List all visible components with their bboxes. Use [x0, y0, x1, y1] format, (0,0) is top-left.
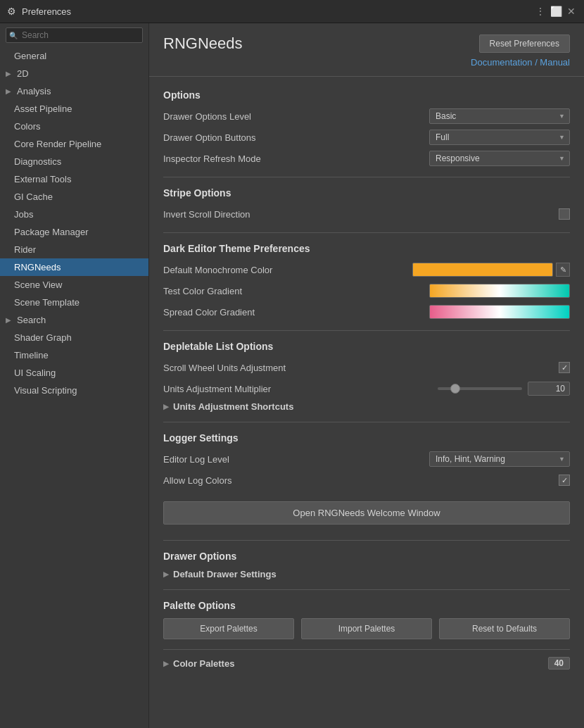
close-icon[interactable]: ✕: [566, 6, 577, 17]
search-input[interactable]: [6, 27, 143, 43]
allow-log-colors-checkbox[interactable]: [559, 475, 570, 486]
drawer-options-level-label: Drawer Options Level: [163, 111, 429, 122]
expand-arrow-icon: ▶: [163, 570, 169, 578]
test-color-gradient-swatch[interactable]: [429, 284, 570, 298]
sidebar-item-search[interactable]: ▶ Search: [0, 311, 148, 329]
inspector-refresh-mode-label: Inspector Refresh Mode: [163, 153, 429, 164]
drawer-options-title: Drawer Options: [163, 548, 570, 562]
color-palettes-row[interactable]: ▶ Color Palettes 40: [163, 657, 570, 670]
allow-log-colors-row: Allow Log Colors: [163, 472, 570, 489]
spread-color-gradient-row: Spread Color Gradient: [163, 303, 570, 320]
sidebar-item-label: General: [14, 51, 46, 61]
divider-4: [163, 422, 570, 422]
window-controls: ⋮ ⬜ ✕: [535, 6, 577, 17]
sidebar-item-core-render-pipeline[interactable]: Core Render Pipeline: [0, 135, 148, 153]
divider-1: [163, 177, 570, 177]
sidebar-item-label: Rider: [14, 244, 36, 255]
drawer-option-buttons-control: Full Compact None: [429, 130, 570, 145]
drawer-option-buttons-label: Drawer Option Buttons: [163, 132, 429, 143]
inspector-refresh-mode-control: Responsive Manual Auto: [429, 151, 570, 166]
drawer-options-level-row: Drawer Options Level Basic Advanced Expe…: [163, 108, 570, 125]
units-adjustment-shortcuts-row[interactable]: ▶ Units Adjustment Shortcuts: [163, 401, 570, 412]
palette-buttons-group: Export Palettes Import Palettes Reset to…: [163, 618, 570, 639]
sidebar-item-gi-cache[interactable]: GI Cache: [0, 188, 148, 206]
reset-preferences-button[interactable]: Reset Preferences: [479, 34, 570, 53]
sidebar-item-colors[interactable]: Colors: [0, 118, 148, 135]
export-palettes-button[interactable]: Export Palettes: [163, 618, 294, 639]
divider-6: [163, 589, 570, 590]
sidebar-item-label: Asset Pipeline: [14, 103, 72, 114]
main-content: Options Drawer Options Level Basic Advan…: [149, 77, 584, 679]
import-palettes-button[interactable]: Import Palettes: [301, 618, 432, 639]
sidebar-item-scene-template[interactable]: Scene Template: [0, 294, 148, 311]
inspector-refresh-mode-dropdown[interactable]: Responsive Manual Auto: [429, 151, 570, 166]
expand-arrow-icon: ▶: [163, 403, 169, 410]
slider-thumb: [450, 384, 460, 394]
drawer-option-buttons-dropdown-wrap: Full Compact None: [429, 130, 570, 145]
divider-2: [163, 232, 570, 233]
dark-editor-theme-title: Dark Editor Theme Preferences: [163, 240, 570, 254]
search-wrap: [6, 27, 143, 43]
sidebar-item-rngneeds[interactable]: RNGNeeds: [0, 258, 148, 276]
sidebar-item-package-manager[interactable]: Package Manager: [0, 223, 148, 241]
sidebar-item-label: UI Scaling: [14, 368, 56, 378]
test-color-gradient-row: Test Color Gradient: [163, 282, 570, 299]
units-adjustment-multiplier-label: Units Adjustment Multiplier: [163, 384, 438, 394]
sidebar-item-timeline[interactable]: Timeline: [0, 346, 148, 364]
palette-options-section: Palette Options Export Palettes Import P…: [163, 597, 570, 639]
sidebar-item-label: GI Cache: [14, 192, 53, 202]
sidebar-item-analysis[interactable]: ▶ Analysis: [0, 82, 148, 100]
sidebar-item-general[interactable]: General: [0, 47, 148, 65]
depletable-list-section: Depletable List Options Scroll Wheel Uni…: [163, 338, 570, 412]
sidebar-item-scene-view[interactable]: Scene View: [0, 276, 148, 294]
sidebar-item-shader-graph[interactable]: Shader Graph: [0, 329, 148, 346]
sidebar-item-ui-scaling[interactable]: UI Scaling: [0, 364, 148, 382]
sidebar-item-2d[interactable]: ▶ 2D: [0, 65, 148, 82]
monochrome-color-swatch[interactable]: [412, 263, 553, 277]
spread-color-gradient-swatch[interactable]: [429, 305, 570, 319]
maximize-icon[interactable]: ⬜: [550, 6, 561, 17]
sidebar-item-label: RNGNeeds: [14, 262, 61, 272]
drawer-options-level-dropdown[interactable]: Basic Advanced Expert: [429, 108, 570, 124]
sidebar-item-asset-pipeline[interactable]: Asset Pipeline: [0, 100, 148, 118]
reset-to-defaults-button[interactable]: Reset to Defaults: [439, 618, 570, 639]
drawer-options-level-control: Basic Advanced Expert: [429, 108, 570, 124]
documentation-link[interactable]: Documentation / Manual: [163, 57, 570, 68]
dark-editor-theme-section: Dark Editor Theme Preferences Default Mo…: [163, 240, 570, 320]
more-options-icon[interactable]: ⋮: [535, 6, 546, 17]
sidebar-item-label: Timeline: [14, 350, 49, 360]
spread-color-gradient-label: Spread Color Gradient: [163, 307, 429, 318]
expand-arrow-icon: ▶: [163, 660, 169, 667]
allow-log-colors-label: Allow Log Colors: [163, 475, 559, 486]
invert-scroll-checkbox[interactable]: [559, 208, 570, 220]
arrow-icon: ▶: [6, 316, 14, 324]
scroll-wheel-units-checkbox[interactable]: [559, 362, 570, 373]
units-adjustment-multiplier-row: Units Adjustment Multiplier: [163, 380, 570, 397]
sidebar-item-visual-scripting[interactable]: Visual Scripting: [0, 382, 148, 399]
sidebar-item-external-tools[interactable]: External Tools: [0, 170, 148, 188]
scroll-wheel-units-control: [559, 362, 570, 373]
sidebar-search-wrap: [0, 23, 148, 47]
main-header: RNGNeeds Reset Preferences Documentation…: [149, 23, 584, 77]
sidebar-item-label: Package Manager: [14, 227, 89, 237]
units-adjustment-slider[interactable]: [438, 387, 522, 390]
drawer-options-level-dropdown-wrap: Basic Advanced Expert: [429, 108, 570, 124]
open-welcome-window-button[interactable]: Open RNGNeeds Welcome Window: [163, 501, 570, 525]
units-adjustment-slider-wrap: [438, 382, 570, 396]
sidebar-item-rider[interactable]: Rider: [0, 241, 148, 258]
spread-color-gradient-control: [429, 305, 570, 319]
invert-scroll-control: [559, 208, 570, 220]
options-section: Options Drawer Options Level Basic Advan…: [163, 87, 570, 167]
divider-5: [163, 540, 570, 541]
default-drawer-settings-label: Default Drawer Settings: [173, 569, 277, 579]
editor-log-level-dropdown[interactable]: Info, Hint, Warning Error Only All: [429, 451, 570, 467]
default-drawer-settings-row[interactable]: ▶ Default Drawer Settings: [163, 569, 570, 579]
sidebar-item-diagnostics[interactable]: Diagnostics: [0, 153, 148, 170]
sidebar-item-label: Core Render Pipeline: [14, 139, 101, 149]
color-edit-button[interactable]: ✎: [556, 263, 570, 277]
units-adjustment-multiplier-control: [438, 382, 570, 396]
units-adjustment-value-input[interactable]: [528, 382, 570, 396]
inspector-refresh-mode-row: Inspector Refresh Mode Responsive Manual…: [163, 150, 570, 167]
sidebar-item-jobs[interactable]: Jobs: [0, 206, 148, 223]
drawer-option-buttons-dropdown[interactable]: Full Compact None: [429, 130, 570, 145]
